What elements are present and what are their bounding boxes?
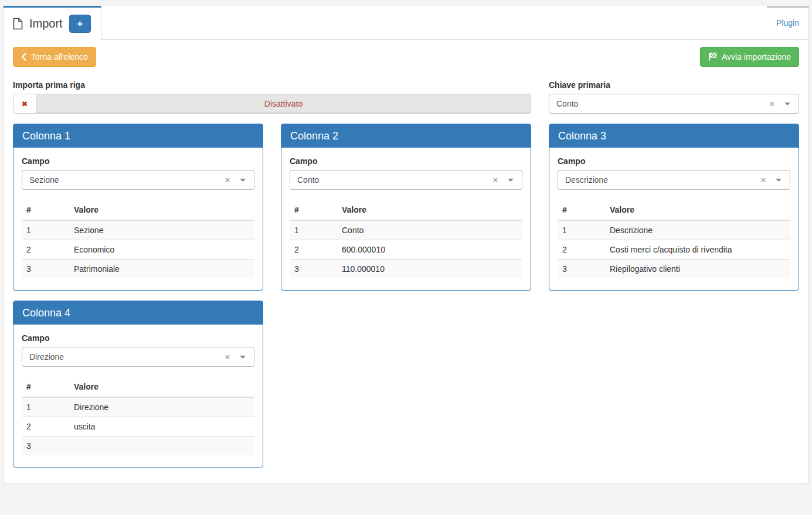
row-index: 1	[22, 397, 69, 417]
import-first-row-label: Importa prima riga	[13, 80, 531, 90]
table-header-num: #	[22, 377, 69, 397]
row-index: 2	[22, 417, 69, 436]
table-row: 1 Descrizione	[558, 220, 790, 240]
table-row: 1 Sezione	[22, 220, 254, 240]
values-table: # Valore 1 Conto 2 600.000010	[290, 200, 522, 278]
row-index: 1	[22, 220, 69, 240]
row-value: 600.000010	[337, 240, 522, 260]
table-header-valore: Valore	[69, 200, 254, 220]
clear-icon[interactable]: ×	[760, 175, 766, 185]
chevron-down-icon[interactable]	[508, 179, 514, 182]
primary-key-group: Chiave primaria Conto ×	[549, 80, 799, 114]
tab-plugin[interactable]: Plugin	[767, 6, 808, 39]
back-button[interactable]: Torna all'elenco	[13, 47, 96, 67]
panel-body: Campo Sezione × # Valore	[13, 148, 263, 278]
start-import-button[interactable]: Avvia importazione	[700, 47, 799, 67]
table-header-row: # Valore	[22, 200, 254, 220]
campo-select-value: Direzione	[29, 352, 64, 361]
values-table: # Valore 1 Descrizione 2 Costi mer	[558, 200, 790, 278]
panel-title: Colonna 4	[13, 301, 263, 325]
switch-state-label[interactable]: Disattivato	[36, 94, 531, 113]
campo-label: Campo	[22, 156, 254, 166]
column-panel-4: Colonna 4 Campo Direzione × # Valore	[13, 301, 263, 468]
row-value: Sezione	[69, 220, 254, 240]
tab-import-label: Import	[29, 17, 63, 30]
row-value: Riepilogativo clienti	[605, 260, 790, 279]
primary-key-select[interactable]: Conto ×	[549, 94, 799, 114]
row-index: 2	[558, 240, 605, 260]
start-import-button-label: Avvia importazione	[722, 52, 791, 62]
campo-select-value: Descrizione	[565, 175, 608, 185]
tab-bar: Import + Plugin	[4, 6, 808, 40]
row-index: 3	[22, 260, 69, 279]
campo-select-value: Conto	[297, 175, 319, 185]
chevron-left-icon	[21, 53, 26, 61]
column-panel-1: Colonna 1 Campo Sezione × # Valore	[13, 124, 263, 291]
tab-group-left: Import +	[4, 6, 101, 39]
row-index: 2	[290, 240, 337, 260]
row-value: Costi merci c/acquisto di rivendita	[605, 240, 790, 260]
table-header-row: # Valore	[290, 200, 522, 220]
back-button-label: Torna all'elenco	[31, 52, 88, 62]
table-header-num: #	[22, 200, 69, 220]
row-index: 1	[558, 220, 605, 240]
row-value: Descrizione	[605, 220, 790, 240]
table-row: 2 Costi merci c/acquisto di rivendita	[558, 240, 790, 260]
table-row: 2 600.000010	[290, 240, 522, 260]
panel-body: Campo Conto × # Valore	[281, 148, 531, 278]
values-table: # Valore 1 Direzione 2 uscita	[22, 377, 254, 455]
table-row: 2 Economico	[22, 240, 254, 260]
row-value: 110.000010	[337, 260, 522, 279]
table-row: 3 Riepilogativo clienti	[558, 260, 790, 279]
row-index: 3	[22, 436, 69, 456]
clear-icon[interactable]: ×	[225, 175, 230, 185]
import-first-row-switch[interactable]: ✖ Disattivato	[13, 94, 531, 114]
table-row: 3 Patrimoniale	[22, 260, 254, 279]
table-header-valore: Valore	[69, 377, 254, 397]
clear-icon[interactable]: ×	[492, 175, 498, 185]
tab-import[interactable]: Import +	[4, 6, 101, 39]
campo-select[interactable]: Direzione ×	[22, 347, 254, 367]
row-value: Conto	[337, 220, 522, 240]
campo-select[interactable]: Conto ×	[290, 170, 522, 190]
campo-label: Campo	[290, 156, 522, 166]
campo-select[interactable]: Descrizione ×	[558, 170, 790, 190]
table-row: 3 110.000010	[290, 260, 522, 279]
chevron-down-icon[interactable]	[240, 356, 246, 359]
panel-body: Campo Descrizione × # Valore	[549, 148, 799, 278]
campo-label: Campo	[22, 333, 254, 343]
chevron-down-icon[interactable]	[784, 103, 790, 105]
table-header-num: #	[290, 200, 337, 220]
table-row: 3	[22, 436, 254, 456]
panel-title: Colonna 2	[281, 124, 531, 148]
content-area: Torna all'elenco Avvia importazion	[4, 40, 808, 483]
column-panel-2: Colonna 2 Campo Conto × # Valore	[281, 124, 531, 291]
import-first-row-group: Importa prima riga ✖ Disattivato	[13, 80, 531, 114]
file-icon	[13, 18, 23, 30]
toolbar: Torna all'elenco Avvia importazion	[13, 47, 799, 67]
table-header-row: # Valore	[558, 200, 790, 220]
chevron-down-icon[interactable]	[776, 179, 782, 182]
clear-icon[interactable]: ×	[769, 99, 775, 109]
chevron-down-icon[interactable]	[240, 179, 246, 182]
table-header-row: # Valore	[22, 377, 254, 397]
table-header-valore: Valore	[337, 200, 522, 220]
primary-key-select-value: Conto	[556, 99, 578, 108]
form-grid: Importa prima riga ✖ Disattivato Chiave …	[13, 80, 799, 468]
row-value: uscita	[69, 417, 254, 436]
table-row: 1 Direzione	[22, 397, 254, 417]
panel-body: Campo Direzione × # Valore	[13, 325, 263, 455]
row-index: 1	[290, 220, 337, 240]
table-row: 1 Conto	[290, 220, 522, 240]
switch-off-icon[interactable]: ✖	[13, 94, 36, 113]
tab-plugin-label: Plugin	[776, 18, 799, 28]
primary-key-label: Chiave primaria	[549, 80, 799, 90]
column-panel-3: Colonna 3 Campo Descrizione × # Valore	[549, 124, 799, 291]
panel-title: Colonna 3	[549, 124, 799, 148]
row-index: 3	[290, 260, 337, 279]
campo-select[interactable]: Sezione ×	[22, 170, 254, 190]
table-header-valore: Valore	[605, 200, 790, 220]
clear-icon[interactable]: ×	[225, 352, 230, 362]
values-table: # Valore 1 Sezione 2 Economico	[22, 200, 254, 278]
add-tab-button[interactable]: +	[69, 15, 91, 33]
